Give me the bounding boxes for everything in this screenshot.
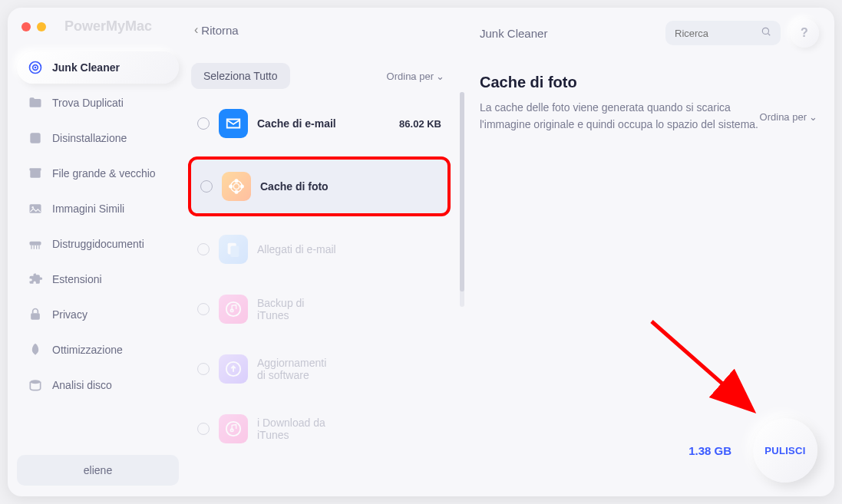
item-size: 86.02 KB: [399, 118, 441, 130]
search-input[interactable]: [675, 28, 754, 39]
detail-sort-dropdown[interactable]: Ordina per ⌄: [760, 111, 817, 123]
minimize-window-dot[interactable]: [37, 22, 46, 31]
target-icon: [28, 60, 43, 75]
page-title: Junk Cleaner: [480, 27, 656, 40]
svg-point-14: [30, 380, 40, 384]
item-label: Backup di iTunes: [257, 297, 441, 321]
back-label: Ritorna: [201, 24, 238, 37]
help-button[interactable]: ?: [790, 18, 819, 48]
rocket-icon: [28, 342, 43, 357]
sidebar-item-label: Disinstallazione: [52, 132, 127, 144]
select-all-button[interactable]: Seleziona Tutto: [191, 63, 290, 89]
chevron-down-icon: ⌄: [809, 111, 817, 123]
sidebar-item-label: Privacy: [52, 308, 88, 321]
list-item[interactable]: Cache di e-mail86.02 KB: [188, 97, 451, 150]
clean-button[interactable]: PULISCI: [753, 418, 817, 483]
sidebar-item-label: Ottimizzazione: [52, 344, 123, 356]
svg-rect-13: [31, 313, 40, 319]
back-button[interactable]: ‹ Ritorna: [188, 18, 457, 41]
sidebar-item-label: Analisi disco: [52, 379, 112, 391]
sidebar-item-label: Junk Cleaner: [52, 61, 120, 74]
svg-point-20: [241, 185, 244, 188]
sidebar-item-large-old[interactable]: File grande & vecchio: [17, 157, 179, 189]
search-icon: [761, 26, 771, 40]
sidebar-item-label: File grande & vecchio: [52, 167, 156, 180]
total-size: 1.38 GB: [688, 444, 731, 457]
svg-point-19: [229, 185, 233, 188]
itunes-icon: [219, 295, 248, 324]
list-item[interactable]: i Download da iTunes: [188, 402, 451, 456]
sidebar-item-label: Estensioni: [52, 273, 102, 285]
radio-button[interactable]: [197, 243, 210, 255]
app-name: PowerMyMac: [64, 18, 152, 35]
photo-icon: [222, 172, 251, 201]
user-chip[interactable]: eliene: [17, 455, 179, 486]
box-icon: [28, 166, 43, 181]
chevron-down-icon: ⌄: [436, 71, 444, 82]
svg-rect-5: [30, 168, 41, 170]
item-label: i Download da iTunes: [257, 417, 441, 441]
update-icon: [219, 354, 248, 384]
radio-button[interactable]: [197, 303, 210, 315]
svg-rect-4: [30, 170, 40, 178]
svg-line-27: [768, 33, 770, 35]
svg-point-18: [235, 191, 238, 194]
svg-point-17: [235, 180, 238, 183]
shredder-icon: [28, 236, 43, 252]
detail-description: La cache delle foto viene generata quand…: [480, 99, 771, 133]
sidebar-item-junk-cleaner[interactable]: Junk Cleaner: [17, 51, 179, 84]
list-item[interactable]: Cache di foto: [188, 156, 451, 216]
item-label: Aggiornamenti di software: [257, 357, 441, 381]
sidebar-item-label: Immagini Simili: [52, 203, 124, 215]
sidebar-item-privacy[interactable]: Privacy: [17, 298, 179, 331]
sidebar-item-disk-analysis[interactable]: Analisi disco: [17, 369, 179, 401]
svg-rect-8: [30, 242, 41, 245]
folder-icon: [28, 95, 43, 110]
sidebar-item-shredder[interactable]: Distruggidocumenti: [17, 228, 179, 260]
attach-icon: [219, 235, 248, 264]
svg-point-15: [233, 183, 239, 189]
sort-by-dropdown[interactable]: Ordina per ⌄: [387, 71, 444, 82]
dl-icon: [219, 414, 248, 443]
disk-icon: [28, 377, 43, 393]
list-item[interactable]: Allegati di e-mail: [188, 222, 451, 276]
lock-icon: [28, 307, 43, 322]
sidebar-item-extensions[interactable]: Estensioni: [17, 263, 179, 295]
app-icon: [28, 130, 43, 146]
item-label: Cache di foto: [260, 180, 438, 193]
mail-icon: [219, 109, 248, 138]
search-box[interactable]: [665, 21, 781, 45]
sidebar-item-duplicates[interactable]: Trova Duplicati: [17, 87, 179, 119]
sidebar-item-uninstall[interactable]: Disinstallazione: [17, 122, 179, 154]
svg-line-29: [652, 321, 748, 406]
svg-rect-22: [230, 245, 239, 257]
list-item[interactable]: Backup di iTunes: [188, 282, 451, 336]
item-label: Allegati di e-mail: [257, 243, 441, 255]
svg-point-26: [762, 28, 768, 34]
image-icon: [28, 201, 43, 216]
detail-heading: Cache di foto: [480, 74, 819, 91]
radio-button[interactable]: [197, 423, 210, 435]
svg-point-2: [35, 67, 37, 69]
list-item[interactable]: Aggiornamenti di software: [188, 342, 451, 396]
radio-button[interactable]: [197, 363, 210, 375]
user-name: eliene: [84, 464, 112, 476]
radio-button[interactable]: [200, 180, 213, 193]
svg-rect-3: [30, 133, 40, 143]
puzzle-icon: [28, 272, 43, 287]
sidebar-item-similar-images[interactable]: Immagini Simili: [17, 193, 179, 225]
radio-button[interactable]: [197, 117, 210, 130]
chevron-left-icon: ‹: [194, 23, 198, 37]
sidebar-item-label: Trova Duplicati: [52, 97, 124, 109]
svg-rect-6: [30, 204, 41, 213]
sidebar-item-label: Distruggidocumenti: [52, 238, 144, 250]
close-window-dot[interactable]: [21, 22, 31, 31]
sidebar-item-optimize[interactable]: Ottimizzazione: [17, 334, 179, 366]
item-label: Cache di e-mail: [257, 117, 390, 130]
